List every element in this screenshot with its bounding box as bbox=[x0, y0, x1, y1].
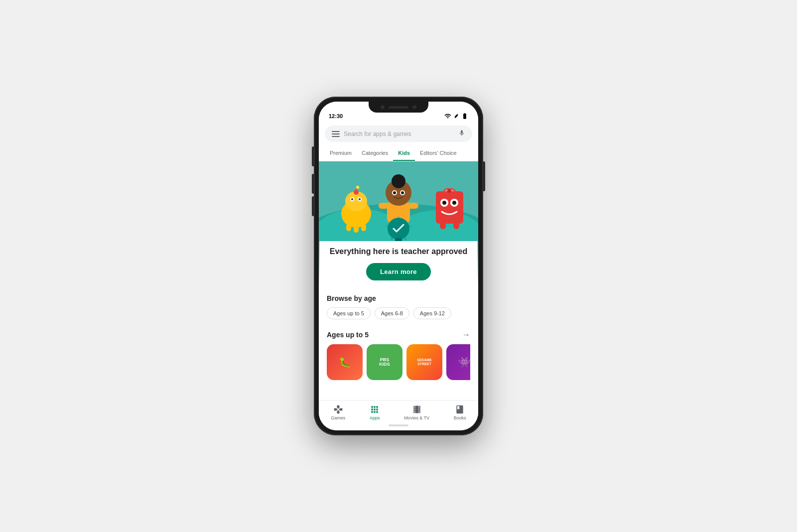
status-icons bbox=[444, 113, 468, 120]
svg-point-31 bbox=[442, 201, 446, 205]
camera-2 bbox=[412, 105, 416, 109]
ages-section-title: Ages up to 5 bbox=[327, 331, 369, 339]
svg-rect-29 bbox=[436, 191, 463, 224]
svg-point-9 bbox=[359, 198, 361, 200]
battery-icon bbox=[461, 113, 468, 120]
svg-rect-39 bbox=[395, 238, 402, 241]
hero-text-area: Everything here is teacher approved Lear… bbox=[320, 241, 478, 287]
home-indicator-bar bbox=[389, 424, 408, 426]
app-card-caterpillar[interactable]: 🐛 bbox=[327, 344, 363, 382]
search-bar-area: Search for apps & games bbox=[319, 122, 478, 146]
svg-rect-17 bbox=[379, 203, 390, 209]
movies-icon bbox=[412, 404, 422, 414]
books-icon bbox=[455, 404, 465, 414]
pbs-icon: PBSKIDS bbox=[367, 344, 402, 380]
nav-movies[interactable]: Movies & TV bbox=[404, 404, 429, 420]
search-placeholder: Search for apps & games bbox=[344, 131, 454, 137]
svg-point-20 bbox=[392, 174, 405, 188]
age-chip-9-12[interactable]: Ages 9-12 bbox=[413, 307, 451, 319]
nav-games[interactable]: Games bbox=[331, 404, 345, 420]
svg-rect-13 bbox=[346, 224, 351, 231]
svg-rect-35 bbox=[440, 221, 446, 229]
nav-books[interactable]: Books bbox=[454, 404, 466, 420]
svg-rect-14 bbox=[354, 225, 359, 233]
signal-icon bbox=[453, 113, 460, 120]
camera bbox=[381, 105, 385, 109]
apps-icon bbox=[370, 404, 380, 414]
nav-games-label: Games bbox=[331, 415, 345, 420]
nav-tabs: Premium Categories Kids Editors' Choice bbox=[319, 146, 478, 161]
search-bar[interactable]: Search for apps & games bbox=[325, 126, 472, 142]
svg-rect-15 bbox=[361, 224, 366, 231]
hero-illustration bbox=[319, 161, 478, 241]
svg-point-33 bbox=[452, 201, 456, 205]
tab-categories[interactable]: Categories bbox=[357, 146, 393, 161]
svg-point-34 bbox=[447, 189, 451, 193]
hero-banner: Everything here is teacher approved Lear… bbox=[319, 161, 478, 287]
tab-kids[interactable]: Kids bbox=[393, 146, 415, 161]
svg-rect-36 bbox=[453, 221, 459, 229]
age-chips: Ages up to 5 Ages 6-8 Ages 9-12 bbox=[327, 307, 470, 319]
age-section-header: Ages up to 5 → bbox=[327, 330, 470, 339]
tab-premium[interactable]: Premium bbox=[325, 146, 357, 161]
sesame-icon: SESAMESTREET bbox=[406, 344, 442, 380]
app-card-pbs[interactable]: PBSKIDS bbox=[367, 344, 402, 382]
hamburger-icon[interactable] bbox=[332, 131, 340, 137]
svg-point-7 bbox=[351, 198, 353, 200]
app-icon-4: 👾 bbox=[446, 344, 470, 380]
phone-device: 12:30 bbox=[314, 97, 483, 435]
browse-by-age-title: Browse by age bbox=[327, 294, 470, 302]
nav-movies-label: Movies & TV bbox=[404, 415, 429, 420]
speaker bbox=[389, 106, 408, 109]
screen-content: Search for apps & games Premium Categori… bbox=[319, 122, 478, 400]
app-icon-pbs: PBSKIDS bbox=[367, 344, 402, 380]
app-card-sesame[interactable]: SESAMESTREET bbox=[406, 344, 442, 382]
tab-editors-choice[interactable]: Editors' Choice bbox=[415, 146, 462, 161]
hero-bg-svg bbox=[319, 161, 478, 241]
ages-up-to-5-section: Ages up to 5 → 🐛 PBSKIDS bbox=[319, 324, 478, 387]
games-icon bbox=[333, 404, 343, 414]
home-indicator bbox=[319, 422, 478, 430]
status-time: 12:30 bbox=[329, 113, 343, 119]
partial-icon: 👾 bbox=[446, 344, 470, 380]
phone-screen: 12:30 bbox=[319, 102, 478, 430]
arrow-right-icon[interactable]: → bbox=[462, 330, 470, 339]
notch bbox=[369, 102, 428, 113]
caterpillar-icon: 🐛 bbox=[327, 344, 363, 380]
browse-by-age-section: Browse by age Ages up to 5 Ages 6-8 Ages… bbox=[319, 287, 478, 324]
hero-title: Everything here is teacher approved bbox=[330, 246, 468, 257]
age-chip-under5[interactable]: Ages up to 5 bbox=[327, 307, 371, 319]
age-chip-6-8[interactable]: Ages 6-8 bbox=[375, 307, 409, 319]
nav-apps[interactable]: Apps bbox=[370, 404, 380, 420]
wifi-icon bbox=[444, 113, 451, 120]
svg-point-24 bbox=[401, 191, 404, 194]
svg-point-22 bbox=[393, 191, 396, 194]
app-card-4[interactable]: 👾 bbox=[446, 344, 470, 382]
app-icon-caterpillar: 🐛 bbox=[327, 344, 363, 380]
svg-rect-18 bbox=[407, 203, 418, 209]
app-grid: 🐛 PBSKIDS SESAMESTREET bbox=[327, 344, 470, 382]
mic-icon[interactable] bbox=[458, 130, 465, 138]
app-icon-sesame: SESAMESTREET bbox=[406, 344, 442, 380]
nav-books-label: Books bbox=[454, 415, 466, 420]
nav-apps-label: Apps bbox=[370, 415, 380, 420]
bottom-nav: Games Apps Movies & TV bbox=[319, 400, 478, 422]
svg-point-10 bbox=[354, 190, 359, 195]
svg-point-12 bbox=[356, 186, 359, 189]
learn-more-button[interactable]: Learn more bbox=[366, 263, 431, 280]
